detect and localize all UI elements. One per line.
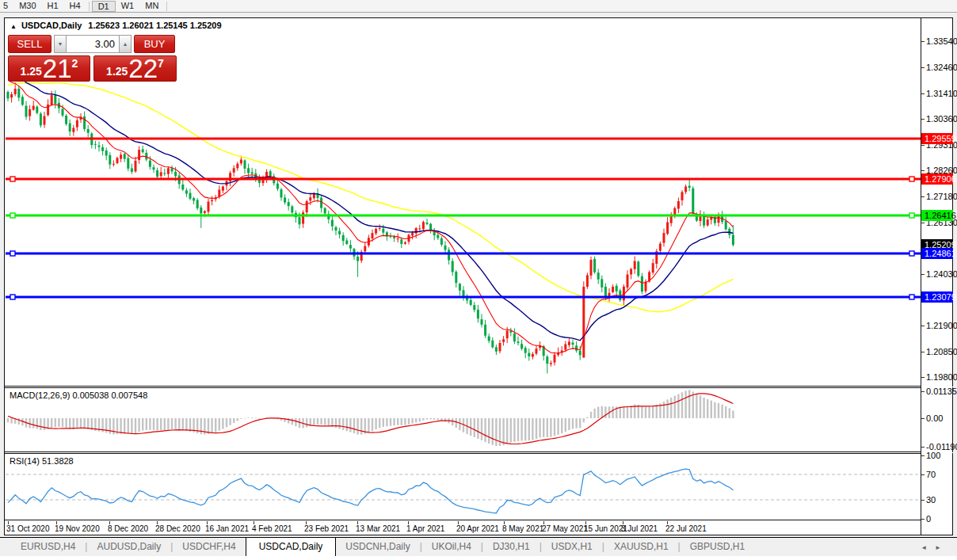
macd-histogram-bar <box>386 418 387 426</box>
line-drag-handle[interactable] <box>909 251 914 256</box>
macd-histogram-bar <box>601 406 603 418</box>
line-drag-handle[interactable] <box>10 295 15 299</box>
macd-histogram-bar <box>109 418 111 434</box>
candle <box>7 90 10 101</box>
line-drag-handle[interactable] <box>10 213 15 218</box>
bottom-strip <box>0 556 957 560</box>
macd-histogram-bar <box>641 406 642 418</box>
timeframe-button-mn[interactable]: MN <box>139 1 164 11</box>
chart-tab-ukoil[interactable]: UKOil,H4 <box>422 538 481 556</box>
macd-histogram-bar <box>429 418 431 419</box>
macd-histogram-bar <box>160 418 162 430</box>
candle <box>582 281 585 357</box>
macd-histogram-bar <box>240 418 242 419</box>
chart-tab-gbpusd[interactable]: GBPUSD,H1 <box>681 538 754 556</box>
macd-histogram-bar <box>146 418 147 430</box>
macd-histogram-bar <box>320 418 322 425</box>
buy-price-button[interactable]: 1.25 22 7 <box>93 55 177 82</box>
pane-separator-macd[interactable] <box>5 386 953 388</box>
candle <box>342 232 345 246</box>
volume-input[interactable] <box>67 35 119 53</box>
candle <box>692 186 694 215</box>
tab-scroll-left-icon[interactable]: ◄ <box>921 544 935 551</box>
price-axis-tick: 1.30360 <box>926 114 957 124</box>
timeframe-button-d1[interactable]: D1 <box>92 1 116 12</box>
timeframe-button-w1[interactable]: W1 <box>116 1 140 11</box>
date-axis[interactable]: 31 Oct 202019 Nov 20208 Dec 202028 Dec 2… <box>5 521 921 535</box>
line-drag-handle[interactable] <box>10 251 15 256</box>
macd-histogram-bar <box>561 418 562 433</box>
candle <box>69 120 71 136</box>
sell-price-big-digits: 21 <box>43 57 72 80</box>
macd-histogram-bar <box>547 418 548 437</box>
one-click-trade-widget: SELL ▼ ▲ BUY 1.25 21 2 1.25 22 7 <box>8 35 177 82</box>
candle <box>426 219 429 225</box>
pane-separator-rsi[interactable] <box>5 451 953 454</box>
candle <box>554 352 556 365</box>
axis-tick-mark <box>921 519 925 520</box>
sell-price-button[interactable]: 1.25 21 2 <box>8 55 90 82</box>
line-drag-handle[interactable] <box>909 295 914 299</box>
macd-histogram-bar <box>484 418 486 442</box>
date-label: 13 Mar 2021 <box>356 524 400 533</box>
candle <box>466 294 468 303</box>
chart-tab-eurusd[interactable]: EURUSD,H4 <box>11 538 85 556</box>
candle <box>284 194 286 204</box>
macd-histogram-bar <box>477 418 478 439</box>
macd-histogram-bar <box>120 418 121 434</box>
line-drag-handle[interactable] <box>909 177 914 181</box>
axis-tick-mark <box>921 500 925 501</box>
candle <box>288 199 290 211</box>
price-axis-tick: 1.21900 <box>926 321 957 330</box>
timeframe-button-5[interactable]: 5 <box>0 1 13 11</box>
candle <box>14 82 17 96</box>
timeframe-button-h4[interactable]: H4 <box>64 1 86 11</box>
macd-histogram-bar <box>404 418 406 425</box>
macd-histogram-bar <box>32 418 34 429</box>
chart-tab-xauusd[interactable]: XAUUSD,H1 <box>604 538 678 556</box>
candle <box>655 249 658 269</box>
buy-button[interactable]: BUY <box>134 35 175 53</box>
timeframe-button-h1[interactable]: H1 <box>42 1 64 11</box>
chart-tab-audusd[interactable]: AUDUSD,Daily <box>87 538 170 556</box>
macd-histogram-bar <box>729 408 730 418</box>
volume-decrease-button[interactable]: ▼ <box>54 35 67 53</box>
line-drag-handle[interactable] <box>909 213 914 218</box>
timeframe-button-m30[interactable]: M30 <box>13 1 41 11</box>
axis-tick-mark <box>921 352 925 352</box>
candle <box>688 179 691 191</box>
collapse-icon[interactable]: ▲ <box>10 23 17 30</box>
chart-tab-usdcad[interactable]: USDCAD,Daily <box>246 537 337 557</box>
candle <box>627 270 629 290</box>
date-label: 23 Feb 2021 <box>304 524 349 533</box>
tab-scroll-right-icon[interactable]: ► <box>935 544 949 551</box>
macd-histogram-bar <box>630 406 631 418</box>
macd-histogram-bar <box>153 418 154 430</box>
chart-tab-usdx[interactable]: USDX,H1 <box>542 538 602 556</box>
chart-tab-usdcnh[interactable]: USDCNH,Daily <box>336 538 419 556</box>
macd-histogram-bar <box>488 418 490 444</box>
candle <box>153 165 155 173</box>
macd-histogram-bar <box>7 418 9 422</box>
price-axis[interactable]: 1.335401.324601.314101.303601.293101.282… <box>921 18 952 535</box>
chart-tab-dj30[interactable]: DJ30,H1 <box>483 538 540 556</box>
axis-tick-mark <box>921 274 925 275</box>
macd-histogram-bar <box>684 390 686 418</box>
candle <box>25 101 28 120</box>
chart-tab-usdchf[interactable]: USDCHF,H4 <box>173 538 245 556</box>
candle <box>124 153 126 162</box>
candle <box>116 157 119 165</box>
candle <box>477 305 479 323</box>
rsi-indicator-pane[interactable] <box>5 454 921 520</box>
price-axis-tick: 1.32460 <box>926 63 957 72</box>
macd-histogram-bar <box>422 418 424 421</box>
sell-button[interactable]: SELL <box>8 35 51 53</box>
line-drag-handle[interactable] <box>10 177 15 181</box>
date-label: 27 May 2021 <box>542 524 588 533</box>
macd-histogram-bar <box>718 403 719 418</box>
macd-histogram-bar <box>700 395 701 418</box>
macd-histogram-bar <box>656 405 658 418</box>
macd-histogram-bar <box>44 418 45 430</box>
volume-increase-button[interactable]: ▲ <box>119 35 132 53</box>
candle <box>440 236 443 246</box>
